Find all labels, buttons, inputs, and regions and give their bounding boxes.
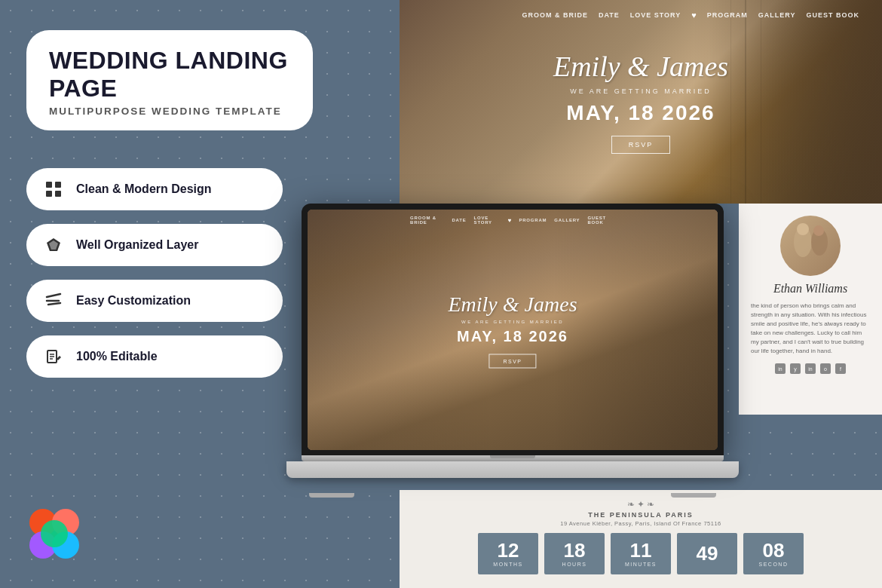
feature-label-customization: Easy Customization	[76, 294, 191, 308]
svg-line-6	[47, 294, 60, 297]
svg-rect-3	[55, 191, 61, 197]
laptop-screen-outer: GROOM & BRIDE DATE LOVE STORY ♥ PROGRAM …	[302, 204, 724, 456]
svg-line-8	[48, 303, 60, 305]
feature-list: Clean & Modern Design Well Organized Lay…	[26, 168, 313, 378]
venue-address: 19 Avenue Kléber, Passy, Paris, Island O…	[560, 520, 721, 527]
preview-rsvp-button[interactable]: RSVP	[611, 136, 671, 154]
venue-leaf-icon: ❧ ✦ ❧	[560, 499, 721, 510]
preview-names: Emily & James	[553, 50, 728, 83]
feature-label-organized: Well Organized Layer	[76, 238, 198, 252]
minutes-label: MINUTES	[625, 562, 657, 567]
side-card-description: the kind of person who brings calm and s…	[751, 302, 870, 356]
right-top-preview: GROOM & BRIDE DATE LOVE STORY ♥ PROGRAM …	[400, 0, 882, 204]
laptop-nav: GROOM & BRIDE DATE LOVE STORY ♥ PROGRAM …	[410, 216, 615, 225]
laptop-hinge	[302, 455, 724, 461]
feature-item-clean-modern: Clean & Modern Design	[26, 168, 283, 210]
facebook-icon[interactable]: f	[835, 363, 846, 374]
laptop-date: MAY, 18 2026	[348, 327, 676, 345]
clean-modern-icon	[43, 179, 64, 200]
page-title: WEDDING LANDING PAGE	[49, 47, 290, 103]
page-subtitle: MULTIPURPOSE WEDDING TEMPLATE	[49, 106, 290, 117]
laptop: GROOM & BRIDE DATE LOVE STORY ♥ PROGRAM …	[286, 204, 739, 498]
laptop-base	[286, 456, 739, 498]
laptop-nav-groom: GROOM & BRIDE	[410, 216, 444, 225]
svg-point-20	[797, 223, 809, 235]
hours-number: 18	[564, 541, 586, 560]
organized-icon	[43, 234, 64, 256]
laptop-foot-right	[671, 493, 716, 498]
customization-icon	[43, 290, 64, 311]
figma-logo	[26, 506, 83, 565]
countdown-49: 49	[677, 533, 737, 574]
countdown-hours: 18 HOURS	[544, 533, 605, 574]
countdown-section: ❧ ✦ ❧ THE PENINSULA PARIS 19 Avenue Kléb…	[400, 490, 882, 588]
nav-heart-icon: ♥	[691, 11, 697, 20]
laptop-foot-left	[309, 493, 354, 498]
laptop-nav-guestbook: GUEST BOOK	[587, 216, 615, 225]
preview-nav: GROOM & BRIDE DATE LOVE STORY ♥ PROGRAM …	[522, 11, 859, 20]
editable-icon	[43, 346, 64, 367]
side-card-social: in y in o f	[751, 363, 870, 374]
months-label: MONTHS	[493, 562, 522, 567]
laptop-subtitle: WE ARE GETTING MARRIED	[348, 319, 676, 323]
side-card-name: Ethan Williams	[751, 282, 870, 296]
laptop-content: Emily & James WE ARE GETTING MARRIED MAY…	[348, 292, 676, 368]
laptop-bottom	[286, 461, 739, 478]
preview-date: MAY, 18 2026	[553, 101, 728, 125]
feature-label-editable: 100% Editable	[76, 350, 158, 363]
svg-rect-0	[46, 182, 52, 188]
laptop-nav-love: LOVE STORY	[474, 216, 501, 225]
laptop-screen-inner: GROOM & BRIDE DATE LOVE STORY ♥ PROGRAM …	[308, 210, 718, 450]
laptop-names: Emily & James	[348, 292, 676, 316]
nav-groom-bride: GROOM & BRIDE	[522, 11, 588, 19]
minutes-number: 11	[630, 541, 652, 560]
laptop-rsvp-button[interactable]: RSVP	[488, 354, 536, 368]
num-49: 49	[697, 544, 718, 563]
linkedin-icon[interactable]: in	[805, 363, 816, 374]
hours-label: HOURS	[562, 562, 587, 567]
seconds-label: SECOND	[759, 562, 789, 567]
side-profile-card: Ethan Williams the kind of person who br…	[739, 204, 882, 415]
nav-guestbook: GUEST BOOK	[806, 11, 859, 19]
feature-item-customization: Easy Customization	[26, 280, 283, 322]
youtube-icon[interactable]: o	[820, 363, 831, 374]
laptop-nav-gallery: GALLERY	[554, 218, 580, 222]
nav-gallery: GALLERY	[758, 11, 796, 19]
feature-item-editable: 100% Editable	[26, 335, 283, 378]
feature-item-organized: Well Organized Layer	[26, 224, 283, 266]
instagram-icon[interactable]: in	[775, 363, 786, 374]
title-card: WEDDING LANDING PAGE MULTIPURPOSE WEDDIN…	[26, 30, 313, 130]
svg-point-21	[813, 225, 824, 236]
nav-love-story: LOVE STORY	[630, 11, 681, 19]
laptop-notch	[490, 455, 535, 458]
preview-subtitle: WE ARE GETTING MARRIED	[553, 87, 728, 95]
feature-label-clean-modern: Clean & Modern Design	[76, 182, 212, 196]
svg-rect-1	[55, 182, 61, 188]
preview-center-content: Emily & James WE ARE GETTING MARRIED MAY…	[553, 50, 728, 154]
laptop-nav-program: PROGRAM	[519, 218, 547, 222]
venue-info: ❧ ✦ ❧ THE PENINSULA PARIS 19 Avenue Kléb…	[560, 499, 721, 527]
avatar	[780, 216, 841, 276]
laptop-nav-date: DATE	[452, 218, 466, 222]
venue-name: THE PENINSULA PARIS	[560, 511, 721, 519]
laptop-nav-heart: ♥	[508, 217, 512, 224]
nav-program: PROGRAM	[707, 11, 748, 19]
twitter-icon[interactable]: y	[790, 363, 801, 374]
countdown-seconds: 08 SECOND	[743, 533, 804, 574]
countdown-minutes: 11 MINUTES	[611, 533, 671, 574]
seconds-number: 08	[763, 541, 785, 560]
nav-date: DATE	[599, 11, 620, 19]
countdown-months: 12 MONTHS	[478, 533, 538, 574]
wedding-bg: GROOM & BRIDE DATE LOVE STORY ♥ PROGRAM …	[400, 0, 882, 204]
svg-point-17	[41, 520, 68, 547]
countdown-boxes: 12 MONTHS 18 HOURS 11 MINUTES 49 08 SECO…	[478, 533, 804, 574]
svg-rect-2	[46, 191, 52, 197]
months-number: 12	[498, 541, 519, 560]
